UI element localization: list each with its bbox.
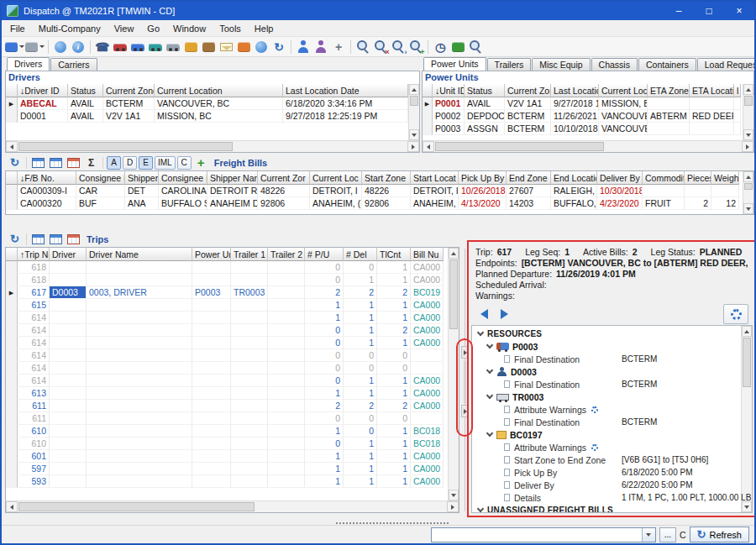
scroll-left-icon[interactable] <box>6 501 18 512</box>
cell[interactable]: 0 <box>305 412 344 425</box>
cell[interactable]: CA000 <box>411 463 444 475</box>
cell[interactable]: 0 <box>377 412 411 425</box>
cell[interactable] <box>87 475 192 488</box>
cell[interactable]: 1 <box>377 387 411 400</box>
cell[interactable] <box>50 324 87 337</box>
cell[interactable]: 610 <box>18 425 50 438</box>
column-header[interactable]: Start Locat <box>411 171 459 185</box>
power-units-horizontal-scrollbar[interactable] <box>423 140 753 152</box>
column-header[interactable]: Shipper Nar <box>207 171 258 185</box>
cell[interactable] <box>87 412 192 425</box>
scroll-up-icon[interactable] <box>409 84 419 95</box>
cell[interactable]: MISSION, BC <box>599 97 648 110</box>
refresh-button[interactable]: ↻ Refresh <box>690 527 749 542</box>
cell[interactable]: BUFFALO, N <box>551 197 597 210</box>
menu-file[interactable]: File <box>3 22 32 35</box>
splitter-grip[interactable] <box>464 361 466 403</box>
cell[interactable]: 10/30/2018 <box>597 185 643 197</box>
column-header[interactable]: Weight <box>711 171 739 185</box>
cell[interactable] <box>411 349 444 362</box>
chevron-down-icon[interactable] <box>476 506 484 513</box>
filter-iml-button[interactable]: IML <box>155 156 176 170</box>
cell[interactable]: 1 <box>344 274 377 286</box>
cell[interactable] <box>87 274 192 286</box>
resource-property[interactable]: Pick Up By6/18/2020 5:00 PM <box>472 466 752 479</box>
column-header[interactable]: Current Location <box>155 84 283 97</box>
column-header[interactable]: ETA Zone <box>648 84 690 97</box>
cell[interactable] <box>192 475 231 488</box>
cell[interactable] <box>231 261 268 274</box>
cell[interactable] <box>50 362 87 375</box>
cell[interactable]: 1 <box>377 274 411 286</box>
cell[interactable]: 0 <box>305 438 344 450</box>
table-row[interactable]: ▶617D00030003, DRIVERP0003TR0003222BC019 <box>6 286 448 299</box>
cell[interactable] <box>268 387 305 400</box>
tab-misc-equip[interactable]: Misc Equip <box>532 58 590 71</box>
cell[interactable] <box>231 400 268 412</box>
cell[interactable]: 1 <box>344 475 377 488</box>
cell[interactable]: 1 <box>305 463 344 475</box>
cell[interactable]: 1 <box>305 299 344 312</box>
cell[interactable] <box>192 425 231 438</box>
column-header[interactable]: Trailer 2 <box>268 248 305 261</box>
filter-d-button[interactable]: D <box>123 156 137 170</box>
add-freight-bill-button[interactable]: + <box>193 155 209 170</box>
cell[interactable]: CA000 <box>411 387 444 400</box>
column-header[interactable]: Consignee I <box>76 171 125 185</box>
cell[interactable] <box>50 438 87 450</box>
table-row[interactable]: 614011CA000 <box>6 337 448 349</box>
cell[interactable] <box>50 375 87 387</box>
cell[interactable]: CA000 <box>411 261 444 274</box>
cell[interactable]: 615 <box>18 299 50 312</box>
cell[interactable]: 1 <box>344 337 377 349</box>
cell[interactable]: DETROIT, I <box>310 185 362 197</box>
chevron-down-icon[interactable] <box>486 368 493 375</box>
column-header[interactable]: Shipper <box>125 171 159 185</box>
table-row[interactable]: CA000309-ICARDETCAROLINADETROIT R48226DE… <box>6 185 743 197</box>
scroll-right-icon[interactable] <box>742 141 753 152</box>
cell[interactable]: 1 <box>344 438 377 450</box>
cell[interactable]: DETROIT R <box>207 185 258 197</box>
resource-d0003[interactable]: D0003 <box>472 365 752 378</box>
close-button[interactable]: × <box>724 2 754 20</box>
column-header[interactable]: Current Loc <box>310 171 362 185</box>
cell[interactable] <box>268 475 305 488</box>
column-header[interactable]: ↓Driver ID <box>18 84 68 97</box>
cell[interactable] <box>711 185 739 197</box>
dispatch-monitor-button[interactable] <box>5 39 24 55</box>
cell[interactable] <box>231 312 268 324</box>
column-header[interactable]: # P/U <box>305 248 344 261</box>
cell[interactable] <box>268 450 305 463</box>
cell[interactable] <box>87 375 192 387</box>
truck-button[interactable] <box>129 39 146 55</box>
cell[interactable] <box>192 375 231 387</box>
car-button[interactable] <box>112 39 129 55</box>
drivers-vertical-scrollbar[interactable] <box>408 84 419 140</box>
grid-view-button[interactable] <box>30 155 46 170</box>
cell[interactable]: 0 <box>377 349 411 362</box>
cell[interactable]: 12 <box>711 197 739 210</box>
cell[interactable]: CA000 <box>411 312 444 324</box>
cell[interactable]: 614 <box>18 349 50 362</box>
cell[interactable]: 11/26/2021 2:34 <box>551 110 599 123</box>
column-header[interactable]: Power Ur <box>192 248 231 261</box>
cell[interactable] <box>734 110 741 123</box>
table-row[interactable]: 614012CA000 <box>6 324 448 337</box>
cell[interactable] <box>192 261 231 274</box>
freight-vertical-scrollbar[interactable] <box>743 171 753 214</box>
scroll-down-icon[interactable] <box>743 129 753 140</box>
cell[interactable] <box>231 463 268 475</box>
cell[interactable]: 0 <box>305 261 344 274</box>
cell[interactable] <box>648 123 690 135</box>
trips-vertical-scrollbar[interactable] <box>448 248 459 500</box>
search-add-button[interactable]: + <box>407 39 424 55</box>
warning-gear-icon[interactable] <box>591 444 598 451</box>
cube-button[interactable] <box>235 39 252 55</box>
cell[interactable]: 10/26/2018 <box>459 185 507 197</box>
cell[interactable] <box>50 475 87 488</box>
connect-button[interactable] <box>449 39 466 55</box>
menu-multi-company[interactable]: Multi-Company <box>32 22 108 35</box>
cell[interactable] <box>50 450 87 463</box>
column-header[interactable]: Current Locatio <box>599 84 648 97</box>
scroll-down-icon[interactable] <box>409 129 419 140</box>
